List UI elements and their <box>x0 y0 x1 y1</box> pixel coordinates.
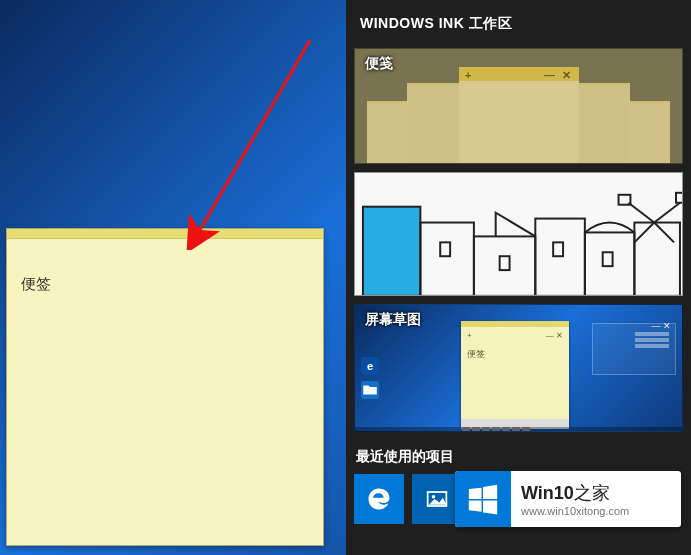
sticky-note-body[interactable]: 便签 <box>7 239 323 308</box>
thumb-desktop-icons: e <box>361 357 379 405</box>
recent-label: 最近使用的项目 <box>354 440 683 474</box>
mini-note-close-icon: ✕ <box>562 69 571 82</box>
sketchpad-tile[interactable]: 草图板 <box>354 172 683 296</box>
watermark-url: www.win10xitong.com <box>521 505 629 517</box>
svg-point-19 <box>432 495 436 499</box>
thumb-plus-icon: + <box>467 331 472 340</box>
sticky-note-titlebar[interactable] <box>7 229 323 239</box>
recent-app-edge[interactable] <box>354 474 404 524</box>
svg-line-0 <box>200 40 310 230</box>
watermark-badge: Win10之家 www.win10xitong.com <box>455 471 681 527</box>
sticky-note-text: 便签 <box>21 275 51 292</box>
ie-icon: e <box>361 357 379 375</box>
photos-icon <box>423 485 451 513</box>
sticky-notes-preview: + — ✕ <box>355 67 682 163</box>
thumb-window: — ✕ <box>592 323 676 375</box>
windows-logo-icon <box>455 471 511 527</box>
thumb-taskbar <box>355 427 682 431</box>
svg-rect-2 <box>363 207 420 296</box>
desktop-root: 便签 WINDOWS INK 工作区 便笺 + — <box>0 0 691 555</box>
ink-panel-title: WINDOWS INK 工作区 <box>346 0 691 48</box>
thumb-sticky-note: + — ✕ 便签 <box>461 321 569 427</box>
edge-icon <box>365 485 393 513</box>
sketchpad-preview-image <box>355 173 682 296</box>
mini-note-add-icon: + <box>465 69 471 81</box>
explorer-icon <box>361 381 379 399</box>
sticky-notes-tile[interactable]: 便笺 + — ✕ <box>354 48 683 164</box>
screen-sketch-tile[interactable]: 屏幕草图 e + — ✕ 便签 — ✕ <box>354 304 683 432</box>
mini-note-minimize-icon: — <box>544 69 555 81</box>
screen-sketch-tile-label: 屏幕草图 <box>365 311 421 329</box>
annotation-arrow <box>170 30 330 250</box>
sticky-note-window[interactable]: 便签 <box>6 228 324 546</box>
watermark-title: Win10之家 <box>521 481 629 505</box>
